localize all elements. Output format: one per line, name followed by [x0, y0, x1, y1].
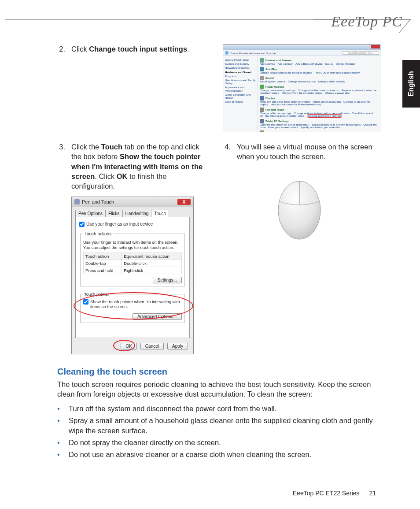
- pen-icon: [74, 199, 80, 204]
- cancel-button[interactable]: Cancel: [140, 343, 164, 349]
- cp-titlebar: [223, 45, 381, 50]
- pt-touch-actions-table: Touch actionEquivalent mouse action Doub…: [83, 253, 182, 274]
- step-number: 4.: [223, 142, 231, 162]
- list-item: Do not use an abrasive cleaner or a coar…: [57, 450, 376, 460]
- pt-use-finger-check[interactable]: Use your finger as an input device: [79, 222, 186, 227]
- step-body: Click Change touch input settings.: [71, 44, 189, 54]
- checkbox-icon[interactable]: [79, 222, 85, 227]
- list-item: Turn off the system and disconnect the p…: [57, 404, 376, 414]
- cp-side-item[interactable]: Appearance and Personalization: [225, 86, 256, 92]
- tab-handwriting[interactable]: Handwriting: [122, 210, 152, 217]
- cp-cat[interactable]: Sound: [265, 77, 274, 79]
- page-content: 2. Click Change touch input settings. Co…: [57, 44, 376, 461]
- control-panel-screenshot: Control Panel ▸ Hardware and Sound ▸ Sea…: [223, 44, 381, 132]
- footer-model: EeeTop PC ET22 Series: [293, 490, 360, 497]
- cp-cat[interactable]: AutoPlay: [265, 68, 277, 71]
- pen-touch-dialog: Pen and Touch X Pen Options Flicks Handw…: [71, 197, 194, 354]
- language-tab: English: [402, 60, 420, 108]
- cp-cat-pen-touch[interactable]: Pen and Touch: [265, 108, 284, 111]
- pt-title-text: Pen and Touch: [82, 199, 114, 204]
- bullet-list: Turn off the system and disconnect the p…: [57, 404, 376, 460]
- step-2: 2. Click Change touch input settings.: [57, 44, 210, 54]
- cp-cat[interactable]: Power Options: [265, 85, 284, 88]
- pt-tabs: Pen Options Flicks Handwriting Touch: [72, 207, 193, 217]
- cp-cat[interactable]: Realtek HD Audio Manager: [265, 131, 299, 132]
- cp-side-item[interactable]: Network and Internet: [225, 67, 256, 70]
- list-item: Do not spray the cleaner directly on the…: [57, 438, 376, 448]
- pt-show-pointer-check[interactable]: Show the touch pointer when I'm interact…: [83, 299, 182, 309]
- pt-touch-pane: Use your finger as an input device Touch…: [75, 217, 190, 343]
- cp-cat[interactable]: Display: [265, 97, 275, 100]
- table-row[interactable]: Double-tapDouble-click: [84, 260, 182, 267]
- cp-main: Devices and Printers Add a deviceAdd a p…: [258, 56, 381, 132]
- close-icon[interactable]: [371, 45, 380, 48]
- cp-side-item[interactable]: User Accounts and Family Safety: [225, 79, 256, 85]
- cp-sidebar: Control Panel Home System and Security N…: [223, 56, 258, 132]
- cp-search[interactable]: Search Control Panel: [343, 51, 379, 55]
- step-body: Click the Touch tab on the top and click…: [71, 142, 210, 195]
- section-heading: Cleaning the touch screen: [57, 367, 376, 377]
- cp-side-item[interactable]: Clock, Language, and Region: [225, 93, 256, 100]
- pt-touch-actions-group: Touch actions Use your finger to interac…: [80, 231, 185, 286]
- cp-home-link[interactable]: Control Panel Home: [225, 59, 256, 62]
- step-number: 3.: [57, 142, 65, 195]
- advanced-button[interactable]: Advanced Options...: [133, 313, 182, 320]
- table-row[interactable]: Press and holdRight-click: [84, 267, 182, 274]
- step-3: 3. Click the Touch tab on the top and cl…: [57, 142, 210, 195]
- page-number: 21: [369, 490, 376, 497]
- pt-button-bar: OK Cancel Apply: [72, 338, 193, 354]
- step-number: 2.: [57, 44, 65, 54]
- cp-side-item[interactable]: System and Security: [225, 63, 256, 66]
- cp-side-item-current[interactable]: Hardware and Sound: [225, 71, 256, 74]
- checkbox-icon[interactable]: [83, 299, 88, 305]
- cp-side-item[interactable]: Ease of Access: [225, 100, 256, 104]
- page-footer: EeeTop PC ET22 Series 21: [293, 490, 376, 497]
- virtual-mouse-icon: [273, 171, 326, 241]
- list-item: Spray a small amount of a household glas…: [57, 416, 376, 436]
- cp-change-touch-link[interactable]: Change touch input settings: [307, 114, 342, 118]
- section-paragraph: The touch screen requires periodic clean…: [57, 379, 376, 399]
- pt-titlebar: Pen and Touch X: [72, 197, 193, 207]
- pt-touch-pointer-group: Touch pointer Show the touch pointer whe…: [80, 292, 185, 323]
- step-body: You will see a virtual mouse on the scre…: [237, 142, 376, 162]
- step-4: 4. You will see a virtual mouse on the s…: [223, 142, 376, 162]
- tab-pen-options[interactable]: Pen Options: [75, 210, 106, 217]
- close-icon[interactable]: X: [177, 199, 191, 205]
- cp-breadcrumb: Control Panel ▸ Hardware and Sound ▸: [230, 52, 276, 55]
- cp-side-item[interactable]: Programs: [225, 75, 256, 78]
- cp-cat[interactable]: Tablet PC Settings: [265, 120, 289, 123]
- cp-cat[interactable]: Devices and Printers: [265, 59, 291, 62]
- apply-button[interactable]: Apply: [167, 343, 188, 349]
- ok-button[interactable]: OK: [121, 343, 136, 349]
- settings-button[interactable]: Settings...: [153, 277, 182, 283]
- tab-flicks[interactable]: Flicks: [105, 210, 123, 217]
- tab-touch[interactable]: Touch: [151, 210, 169, 217]
- cp-address-bar[interactable]: Control Panel ▸ Hardware and Sound ▸ Sea…: [223, 50, 381, 56]
- brand-logo: EeeTop PC: [331, 13, 402, 30]
